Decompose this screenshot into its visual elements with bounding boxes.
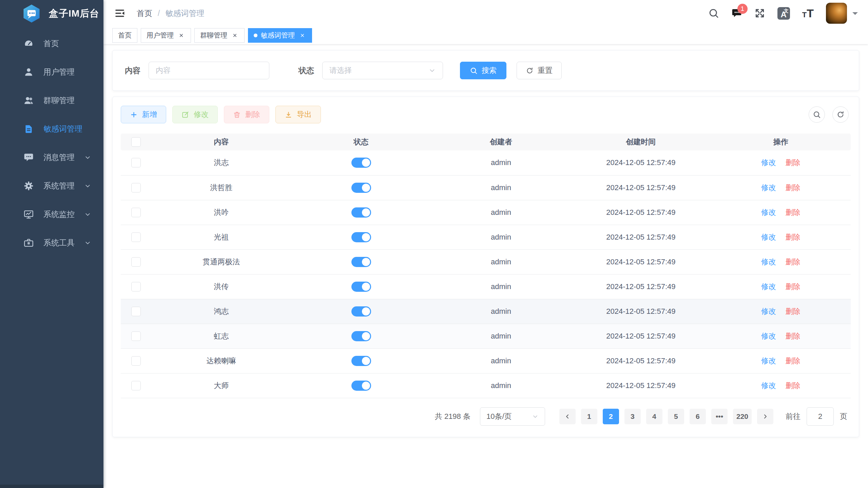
close-icon[interactable] <box>231 31 239 39</box>
row-delete-link[interactable]: 删除 <box>786 208 801 217</box>
page-size-value: 10条/页 <box>486 411 512 422</box>
export-button[interactable]: 导出 <box>275 106 321 123</box>
row-edit-link[interactable]: 修改 <box>761 357 776 365</box>
status-toggle[interactable] <box>351 183 371 193</box>
search-button[interactable]: 搜索 <box>460 62 506 79</box>
row-edit-link[interactable]: 修改 <box>761 282 776 291</box>
row-checkbox[interactable] <box>131 183 141 192</box>
page-button-2-active[interactable]: 2 <box>603 409 619 424</box>
edit-button[interactable]: 修改 <box>172 106 218 123</box>
breadcrumb-home[interactable]: 首页 <box>137 8 152 19</box>
row-edit-link[interactable]: 修改 <box>761 208 776 217</box>
tab-home[interactable]: 首页 <box>112 28 137 43</box>
status-filter-select[interactable]: 请选择 <box>322 62 443 79</box>
goto-page-input[interactable] <box>807 407 834 426</box>
row-delete-link[interactable]: 删除 <box>786 307 801 316</box>
reset-button[interactable]: 重置 <box>517 62 562 79</box>
close-icon[interactable] <box>177 31 185 39</box>
page-button-3[interactable]: 3 <box>624 409 641 424</box>
row-checkbox[interactable] <box>131 158 141 167</box>
cell-creator: admin <box>431 274 571 299</box>
chevron-down-icon <box>84 154 91 161</box>
sidebar-item-groups[interactable]: 群聊管理 <box>0 86 103 115</box>
row-delete-link[interactable]: 删除 <box>786 233 801 241</box>
status-toggle[interactable] <box>351 207 371 218</box>
add-button[interactable]: 新增 <box>121 106 166 123</box>
page-button-220[interactable]: 220 <box>733 409 752 424</box>
cell-creator: admin <box>431 225 571 249</box>
row-edit-link[interactable]: 修改 <box>761 307 776 316</box>
row-edit-link[interactable]: 修改 <box>761 233 776 241</box>
row-checkbox[interactable] <box>131 232 141 242</box>
row-edit-link[interactable]: 修改 <box>761 183 776 192</box>
row-delete-link[interactable]: 删除 <box>786 158 801 167</box>
select-all-checkbox[interactable] <box>131 137 141 147</box>
avatar[interactable] <box>826 3 847 24</box>
table-card: 新增 修改 删除 导出 <box>112 97 859 437</box>
status-toggle[interactable] <box>351 232 371 242</box>
sidebar-item-system-tools[interactable]: 系统工具 <box>0 228 103 257</box>
status-toggle[interactable] <box>351 356 371 366</box>
sidebar-item-system-admin[interactable]: 系统管理 <box>0 171 103 200</box>
page-button-4[interactable]: 4 <box>646 409 662 424</box>
sidebar-item-messages[interactable]: 消息管理 <box>0 143 103 171</box>
status-toggle[interactable] <box>351 257 371 267</box>
close-icon[interactable] <box>298 31 306 39</box>
row-delete-link[interactable]: 删除 <box>786 357 801 365</box>
cell-creator: admin <box>431 150 571 175</box>
chevron-right-icon <box>762 413 769 420</box>
table-toolbar: 新增 修改 删除 导出 <box>121 106 851 123</box>
tab-sensitive-words[interactable]: 敏感词管理 <box>248 28 312 43</box>
page-button-5[interactable]: 5 <box>668 409 684 424</box>
row-checkbox[interactable] <box>131 257 141 267</box>
user-menu[interactable] <box>826 3 858 24</box>
language-switch-icon[interactable]: A 文 <box>777 7 790 20</box>
row-delete-link[interactable]: 删除 <box>786 258 801 266</box>
status-select-placeholder: 请选择 <box>329 65 352 76</box>
status-toggle[interactable] <box>351 282 371 292</box>
tab-group-management[interactable]: 群聊管理 <box>194 28 245 43</box>
sidebar-item-system-monitor[interactable]: 系统监控 <box>0 200 103 228</box>
row-edit-link[interactable]: 修改 <box>761 332 776 340</box>
toggle-search-icon[interactable] <box>809 106 825 123</box>
row-checkbox[interactable] <box>131 307 141 316</box>
sidebar-item-home[interactable]: 首页 <box>0 29 103 58</box>
header-search-icon[interactable] <box>708 8 719 19</box>
status-toggle[interactable] <box>351 158 371 168</box>
row-delete-link[interactable]: 删除 <box>786 282 801 291</box>
cell-content: 洪传 <box>151 274 291 299</box>
row-checkbox[interactable] <box>131 331 141 341</box>
row-delete-link[interactable]: 删除 <box>786 381 801 390</box>
page-button-1[interactable]: 1 <box>581 409 597 424</box>
status-toggle[interactable] <box>351 306 371 317</box>
sidebar-item-sensitive-words[interactable]: 敏感词管理 <box>0 115 103 143</box>
row-checkbox[interactable] <box>131 282 141 291</box>
row-checkbox[interactable] <box>131 208 141 217</box>
page-ellipsis-button[interactable]: ••• <box>711 409 728 424</box>
status-toggle[interactable] <box>351 331 371 341</box>
row-edit-link[interactable]: 修改 <box>761 258 776 266</box>
row-edit-link[interactable]: 修改 <box>761 381 776 390</box>
page-button-6[interactable]: 6 <box>690 409 706 424</box>
prev-page-button[interactable] <box>559 409 576 424</box>
status-toggle[interactable] <box>351 381 371 391</box>
sidebar-item-label: 首页 <box>43 38 59 49</box>
row-delete-link[interactable]: 删除 <box>786 183 801 192</box>
messages-icon[interactable]: 1 <box>731 8 742 19</box>
filter-card: 内容 状态 请选择 搜索 重置 <box>112 50 859 91</box>
content-filter-input[interactable] <box>149 62 269 79</box>
row-checkbox[interactable] <box>131 381 141 390</box>
refresh-table-icon[interactable] <box>832 106 849 123</box>
fullscreen-icon[interactable] <box>754 8 765 19</box>
row-checkbox[interactable] <box>131 356 141 366</box>
row-delete-link[interactable]: 删除 <box>786 332 801 340</box>
sidebar-collapse-icon[interactable] <box>112 6 127 21</box>
tab-user-management[interactable]: 用户管理 <box>141 28 191 43</box>
row-edit-link[interactable]: 修改 <box>761 158 776 167</box>
delete-button[interactable]: 删除 <box>224 106 269 123</box>
column-header-creator: 创建者 <box>431 134 571 150</box>
font-size-icon[interactable]: T T <box>802 7 814 20</box>
next-page-button[interactable] <box>757 409 773 424</box>
sidebar-item-users[interactable]: 用户管理 <box>0 58 103 86</box>
page-size-select[interactable]: 10条/页 <box>480 407 545 426</box>
